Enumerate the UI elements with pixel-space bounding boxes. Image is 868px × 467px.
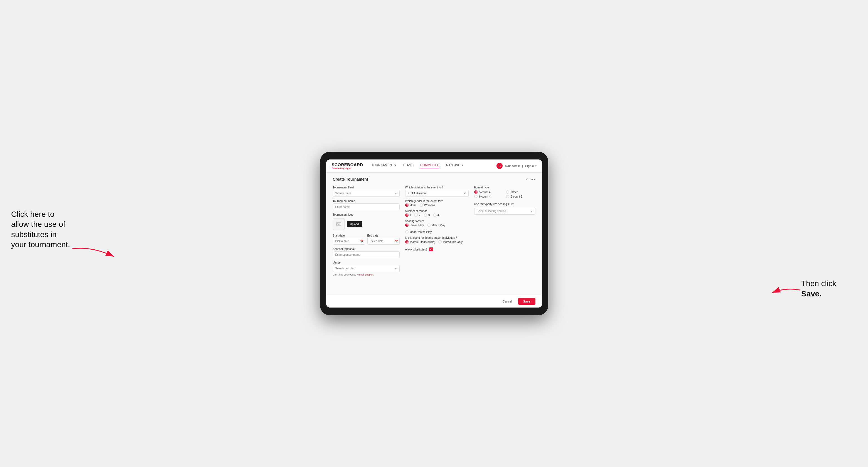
rounds-1-radio[interactable] — [405, 214, 408, 217]
gender-group: Which gender is the event for? Mens Wome… — [405, 199, 469, 207]
nav-teams[interactable]: TEAMS — [403, 163, 413, 168]
format-5count4[interactable]: 5 count 4 — [474, 190, 504, 194]
scoring-group: Scoring system Stroke Play Match Play — [405, 220, 469, 234]
name-label: Tournament name — [333, 199, 400, 203]
nav-rankings[interactable]: RANKINGS — [446, 163, 463, 168]
allow-substitutes-checkbox[interactable] — [429, 247, 433, 251]
tournament-name-input[interactable] — [333, 204, 400, 210]
format-6count4[interactable]: 6 count 4 — [474, 195, 504, 198]
scoring-service-select[interactable]: Select a scoring service — [474, 208, 535, 215]
format-type-group: Format type 5 count 4 Other — [474, 186, 535, 198]
annotation-left-text: Click here to allow the use of substitut… — [11, 210, 70, 249]
teams-plus-individuals[interactable]: Teams (+Individuals) — [405, 240, 435, 244]
annotation-right-text: Then click — [801, 279, 836, 288]
logo-scoreboard: SCOREBOARD — [332, 162, 363, 167]
end-date-calendar-icon: 📅 — [395, 240, 398, 243]
format-6count5[interactable]: 6 count 5 — [506, 195, 535, 198]
gender-womens[interactable]: Womens — [420, 204, 435, 207]
scoring-stroke-play[interactable]: Stroke Play — [405, 223, 424, 227]
date-row: Start date 📅 End date — [333, 233, 400, 245]
tournament-host-group: Tournament Host ▼ — [333, 186, 400, 197]
scoring-match-play[interactable]: Match Play — [427, 223, 445, 227]
email-support-link[interactable]: email support — [359, 273, 373, 276]
medal-match-play-radio[interactable] — [405, 230, 408, 234]
avatar: B — [496, 163, 503, 169]
rounds-2[interactable]: 2 — [414, 214, 421, 217]
scoring-medal-match-play[interactable]: Medal Match Play — [405, 230, 432, 234]
end-date-wrapper: 📅 — [367, 238, 400, 245]
tournament-logo-group: Tournament logo Upload — [333, 213, 400, 230]
division-select[interactable]: NCAA Division I — [405, 190, 469, 197]
venue-input[interactable] — [333, 265, 400, 272]
page-wrapper: Click here to allow the use of substitut… — [11, 152, 857, 315]
gender-mens-radio[interactable] — [405, 204, 408, 207]
logo-label: Tournament logo — [333, 213, 400, 216]
cancel-button[interactable]: Cancel — [499, 298, 516, 305]
substitutes-label: Allow substitutes? — [405, 248, 428, 251]
navbar: SCOREBOARD Powered by clippd TOURNAMENTS… — [326, 159, 542, 173]
right-column: Format type 5 count 4 Other — [474, 186, 535, 276]
search-team-input[interactable] — [333, 190, 400, 197]
end-date-label: End date — [367, 234, 378, 237]
page-title: Create Tournament — [333, 177, 368, 182]
page-header: Create Tournament < Back — [333, 177, 535, 182]
teams-radio-group: Teams (+Individuals) Individuals Only — [405, 240, 469, 244]
gender-label: Which gender is the event for? — [405, 199, 469, 203]
nav-tournaments[interactable]: TOURNAMENTS — [372, 163, 396, 168]
scoring-label: Scoring system — [405, 220, 469, 223]
user-label: blair admin — [505, 164, 520, 167]
logo-area: SCOREBOARD Powered by clippd — [332, 162, 363, 169]
rounds-3[interactable]: 3 — [424, 214, 430, 217]
back-link[interactable]: < Back — [526, 178, 535, 181]
sponsor-group: Sponsor (optional) — [333, 247, 400, 258]
nav-user-area: B blair admin | Sign out — [496, 163, 536, 169]
form-grid: Tournament Host ▼ Tournament name Tourna — [333, 186, 535, 276]
dates-group: Start date 📅 End date — [333, 233, 400, 245]
format-5count4-radio[interactable] — [474, 190, 477, 194]
format-6count4-radio[interactable] — [474, 195, 477, 198]
stroke-play-radio[interactable] — [405, 223, 408, 227]
upload-button[interactable]: Upload — [347, 221, 362, 227]
individuals-only[interactable]: Individuals Only — [438, 240, 463, 244]
gender-womens-radio[interactable] — [420, 204, 423, 207]
format-other-radio[interactable] — [506, 190, 509, 194]
rounds-4-radio[interactable] — [433, 214, 436, 217]
tablet-screen: SCOREBOARD Powered by clippd TOURNAMENTS… — [326, 159, 542, 308]
annotation-right: Then click Save. — [801, 279, 857, 299]
gender-radio-group: Mens Womens — [405, 204, 469, 207]
form-footer: Cancel Save — [326, 295, 542, 308]
teams-radio[interactable] — [405, 240, 408, 244]
logo-powered-by: Powered by clippd — [332, 167, 363, 169]
annotation-right-bold: Save. — [801, 289, 822, 298]
rounds-3-radio[interactable] — [424, 214, 427, 217]
start-date-group: Start date 📅 — [333, 233, 365, 245]
start-date-wrapper: 📅 — [333, 238, 365, 245]
gender-mens[interactable]: Mens — [405, 204, 416, 207]
arrow-left-icon — [69, 243, 120, 260]
nav-separator: | — [522, 164, 523, 167]
tablet-device: SCOREBOARD Powered by clippd TOURNAMENTS… — [320, 152, 548, 315]
individuals-radio[interactable] — [438, 240, 442, 244]
logo-upload-area: Upload — [333, 218, 400, 230]
image-icon — [336, 221, 341, 227]
rounds-2-radio[interactable] — [414, 214, 418, 217]
rounds-4[interactable]: 4 — [433, 214, 439, 217]
division-label: Which division is the event for? — [405, 186, 469, 189]
format-6count5-radio[interactable] — [506, 195, 509, 198]
venue-note: Can't find your venue? email support — [333, 273, 400, 276]
nav-committee[interactable]: COMMITTEE — [420, 163, 439, 168]
teams-label: Is this event for Teams and/or Individua… — [405, 236, 469, 239]
rounds-label: Number of rounds — [405, 210, 469, 213]
rounds-1[interactable]: 1 — [405, 214, 411, 217]
sign-out-link[interactable]: Sign out — [525, 164, 536, 167]
mid-column: Which division is the event for? NCAA Di… — [405, 186, 469, 276]
scoring-radio-group: Stroke Play Match Play Medal Match Play — [405, 223, 469, 234]
format-other[interactable]: Other — [506, 190, 535, 194]
host-label: Tournament Host — [333, 186, 400, 189]
venue-label: Venue — [333, 261, 400, 264]
annotation-left: Click here to allow the use of substitut… — [11, 209, 72, 250]
sponsor-input[interactable] — [333, 251, 400, 258]
arrow-right-icon — [769, 284, 803, 295]
match-play-radio[interactable] — [427, 223, 431, 227]
save-button[interactable]: Save — [518, 298, 535, 305]
